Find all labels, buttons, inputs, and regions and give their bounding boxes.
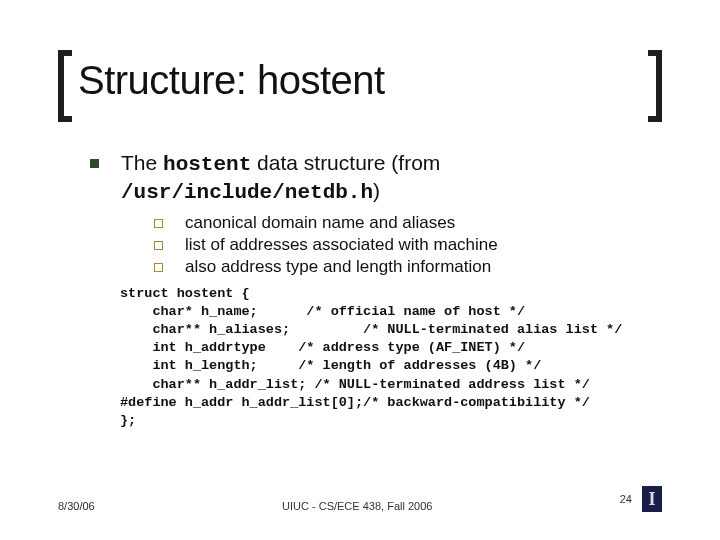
sub-bullet-list: canonical domain name and aliases list o… bbox=[154, 213, 662, 277]
text-pre: The bbox=[121, 151, 163, 174]
text-mono: hostent bbox=[163, 153, 251, 176]
uiuc-logo-icon bbox=[642, 486, 662, 512]
code-block: struct hostent { char* h_name; /* offici… bbox=[120, 285, 662, 431]
hollow-square-icon bbox=[154, 263, 163, 272]
text-post-2: ) bbox=[373, 179, 380, 202]
hollow-square-icon bbox=[154, 219, 163, 228]
text-mono-2: /usr/include/netdb.h bbox=[121, 181, 373, 204]
slide-title: Structure: hostent bbox=[78, 58, 385, 103]
footer-right: 24 bbox=[620, 486, 662, 512]
title-bar: Structure: hostent bbox=[58, 50, 662, 122]
bullet-level2: list of addresses associated with machin… bbox=[154, 235, 662, 255]
hollow-square-icon bbox=[154, 241, 163, 250]
footer-center: UIUC - CS/ECE 438, Fall 2006 bbox=[282, 500, 432, 512]
bullet-level2: canonical domain name and aliases bbox=[154, 213, 662, 233]
text-post: data structure (from bbox=[251, 151, 440, 174]
bullet-level2: also address type and length information bbox=[154, 257, 662, 277]
sub-bullet-text: also address type and length information bbox=[185, 257, 491, 277]
footer-date: 8/30/06 bbox=[58, 500, 95, 512]
bracket-left bbox=[58, 50, 72, 122]
bracket-right bbox=[648, 50, 662, 122]
footer: 8/30/06 UIUC - CS/ECE 438, Fall 2006 24 bbox=[58, 486, 662, 512]
page-number: 24 bbox=[620, 493, 632, 505]
bullet-level1: The hostent data structure (from /usr/in… bbox=[90, 150, 662, 207]
slide-body: The hostent data structure (from /usr/in… bbox=[90, 150, 662, 430]
sub-bullet-text: canonical domain name and aliases bbox=[185, 213, 455, 233]
square-bullet-icon bbox=[90, 159, 99, 168]
bullet-text: The hostent data structure (from /usr/in… bbox=[121, 150, 440, 207]
sub-bullet-text: list of addresses associated with machin… bbox=[185, 235, 498, 255]
